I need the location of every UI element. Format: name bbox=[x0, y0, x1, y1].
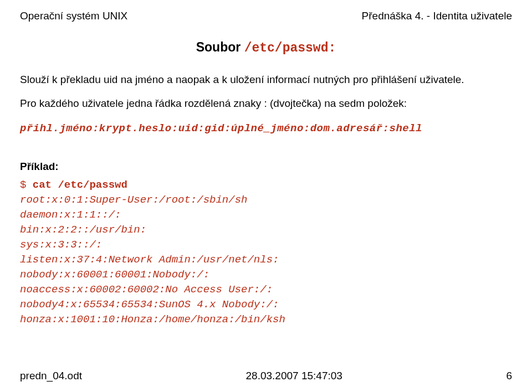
shell-output-line: daemon:x:1:1::/: bbox=[20, 209, 121, 221]
title-text: Soubor bbox=[196, 40, 244, 54]
title-mono: /etc/passwd: bbox=[244, 41, 336, 55]
shell-output-line: root:x:0:1:Super-User:/root:/sbin/sh bbox=[20, 194, 247, 206]
shell-output-line: sys:x:3:3::/: bbox=[20, 239, 102, 251]
code-block: $ cat /etc/passwd root:x:0:1:Super-User:… bbox=[20, 178, 512, 327]
shell-output-line: honza:x:1001:10:Honza:/home/honza:/bin/k… bbox=[20, 313, 285, 326]
shell-output-line: nobody:x:60001:60001:Nobody:/: bbox=[20, 269, 209, 281]
shell-output-line: nobody4:x:65534:65534:SunOS 4.x Nobody:/… bbox=[20, 298, 279, 311]
page-header: Operační systém UNIX Přednáška 4. - Iden… bbox=[20, 9, 512, 23]
page-footer: predn_04.odt 28.03.2007 15:47:03 6 bbox=[20, 369, 512, 383]
paragraph-1: Slouží k překladu uid na jméno a naopak … bbox=[20, 73, 512, 87]
footer-center: 28.03.2007 15:47:03 bbox=[246, 369, 342, 383]
footer-right: 6 bbox=[506, 369, 512, 383]
page-title: Soubor /etc/passwd: bbox=[20, 39, 512, 57]
shell-output-line: noaccess:x:60002:60002:No Access User:/: bbox=[20, 283, 273, 296]
format-line: přihl.jméno:krypt.heslo:uid:gid:úplné_jm… bbox=[20, 122, 512, 136]
shell-output-line: listen:x:37:4:Network Admin:/usr/net/nls… bbox=[20, 254, 279, 266]
example-label: Příklad: bbox=[20, 159, 512, 174]
shell-command: cat /etc/passwd bbox=[33, 179, 127, 191]
header-right: Přednáška 4. - Identita uživatele bbox=[362, 9, 512, 23]
footer-left: predn_04.odt bbox=[20, 369, 82, 383]
header-left: Operační systém UNIX bbox=[20, 9, 127, 23]
shell-prompt: $ bbox=[20, 179, 33, 191]
shell-output-line: bin:x:2:2::/usr/bin: bbox=[20, 224, 146, 236]
paragraph-2: Pro každého uživatele jedna řádka rozděl… bbox=[20, 96, 512, 111]
page: Operační systém UNIX Přednáška 4. - Iden… bbox=[0, 0, 532, 392]
